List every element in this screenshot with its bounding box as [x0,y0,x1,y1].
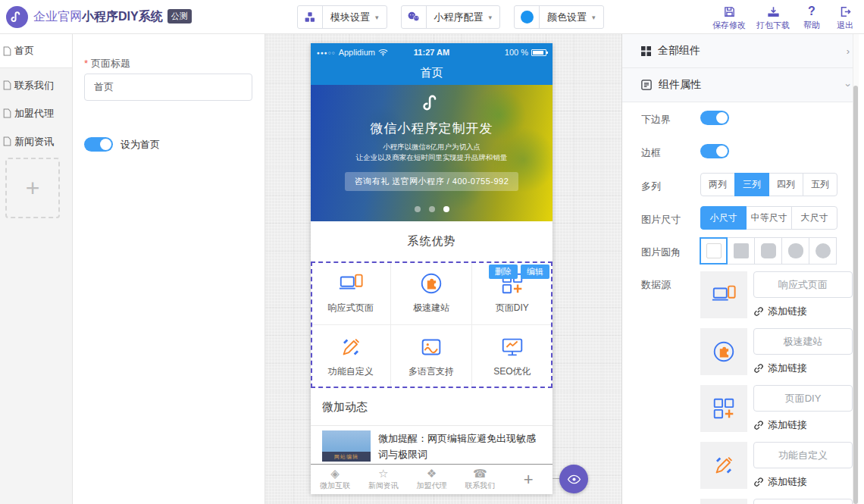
radius-option-circle[interactable] [809,237,837,265]
responsive-page-icon [711,282,737,308]
hero-title: 微信小程序定制开发 [311,120,553,137]
image-size-medium[interactable]: 中等尺寸 [746,206,792,230]
preview-eye-button[interactable] [559,465,588,493]
wifi-icon [378,49,388,56]
datasource-title-input[interactable] [753,442,853,468]
datasource-title-input[interactable] [753,271,853,298]
bottom-border-label: 下边界 [641,113,671,127]
tab-agency[interactable]: ❖ 加盟代理 [408,465,456,494]
datasource-item [700,499,859,504]
all-components-label: 全部组件 [658,44,700,58]
sidebar-item-home[interactable]: 首页 [0,34,72,68]
caret-down-icon: ▾ [375,14,379,21]
news-section-title: 微加动态 [322,400,368,415]
radius-option-large[interactable] [781,237,809,265]
add-page-button[interactable]: + [5,158,60,218]
border-toggle[interactable] [700,144,729,158]
inspector-scrollbar[interactable] [853,34,859,504]
menu-label: 小程序配置 [434,11,484,24]
module-settings-menu[interactable]: 模块设置 ▾ [297,5,387,29]
image-radius-options [700,237,837,265]
tab-label: 联系我们 [465,481,495,491]
color-settings-menu[interactable]: 颜色设置 ▾ [514,5,604,29]
chevron-right-icon: › [847,45,850,57]
add-link-button[interactable]: 添加链接 [753,418,807,432]
tab-add[interactable]: + [504,465,553,494]
datasource-item: 添加链接 [700,271,859,318]
image-size-small-selected[interactable]: 小尺寸 [700,206,747,230]
page-icon [3,46,11,56]
sidebar-item-news[interactable]: 新闻资讯 [0,127,72,155]
columns-option-2[interactable]: 两列 [700,173,735,196]
save-button[interactable]: 保存修改 [707,3,751,31]
tab-news[interactable]: ☆ 新闻资讯 [359,465,408,494]
add-link-button[interactable]: 添加链接 [753,362,807,375]
component-action-badges: 删除 编辑 [489,265,549,279]
radius-option-small[interactable] [727,237,755,265]
carousel-dot[interactable] [429,206,435,212]
all-components-header[interactable]: 全部组件 › [622,34,859,68]
hero-banner[interactable]: 微信小程序定制开发 小程序以微信8亿用户为切入点 让企业以及商家在短时间里实现提… [311,85,553,221]
scrollbar-thumb[interactable] [853,86,858,504]
page-title-label: *页面标题 [84,57,130,70]
exit-button[interactable]: 退出 [828,3,862,31]
link-icon [753,306,764,317]
advantage-cell[interactable]: 多语言支持 [391,325,471,389]
link-icon [753,420,764,430]
caret-down-icon: ▾ [592,14,596,21]
tab-weijia[interactable]: ◈ 微加互联 [311,465,359,494]
component-props-header[interactable]: 组件属性 › [622,68,859,102]
columns-option-3-selected[interactable]: 三列 [734,173,769,196]
design-canvas: ●●●○○ Applidium 11:27 AM 100 % 首页 微信小程序定… [265,34,621,504]
advantage-cell[interactable]: 功能自定义 [311,325,391,389]
datasource-title-input[interactable] [753,499,853,504]
app-title-secondary: 小程序DIY系统 [82,10,163,23]
delete-component-button[interactable]: 删除 [489,265,518,279]
add-link-button[interactable]: 添加链接 [753,475,807,489]
download-button[interactable]: 打包下载 [751,3,795,31]
columns-option-5[interactable]: 五列 [803,173,837,196]
divider [311,425,553,426]
carousel-dot[interactable] [415,206,421,212]
datasource-title-input[interactable] [753,328,853,355]
advantage-label: SEO优化 [493,365,531,378]
datasource-icon-box [700,499,747,504]
radius-option-medium[interactable] [754,237,782,265]
miniprogram-config-menu[interactable]: 小程序配置 ▾ [401,5,501,29]
tab-contact[interactable]: ☎ 联系我们 [455,465,504,494]
radius-option-none-selected[interactable] [700,237,728,265]
set-home-toggle[interactable] [84,137,113,152]
tab-label: 加盟代理 [416,481,446,491]
advantages-component[interactable]: 响应式页面 极速建站 页面DIY 功能自定义 [311,261,553,388]
menu-label: 颜色设置 [547,11,587,24]
beta-badge: 公测 [167,9,192,23]
wechat-icon [402,6,427,28]
image-size-large[interactable]: 大尺寸 [791,206,837,230]
edit-component-button[interactable]: 编辑 [521,265,549,279]
advantage-cell[interactable]: 极速建站 [391,261,471,325]
advantage-cell[interactable]: 响应式页面 [311,261,391,325]
columns-option-4[interactable]: 四列 [769,173,803,196]
datasource-title-input[interactable] [753,385,853,412]
help-icon: ? [808,3,815,18]
news-item[interactable]: 网站编辑 微加提醒：网页编辑应避免出现敏感词与极限词 [322,430,545,462]
border-label: 边框 [641,146,661,160]
add-link-label: 添加链接 [768,362,807,375]
set-home-label: 设为首页 [121,138,160,152]
carousel-dot-active[interactable] [443,206,449,212]
news-headline: 微加提醒：网页编辑应避免出现敏感词与极限词 [378,430,545,462]
page-title-input[interactable] [84,74,252,101]
add-link-button[interactable]: 添加链接 [753,305,807,318]
page-icon [3,80,11,90]
sidebar-item-agency[interactable]: 加盟代理 [0,99,72,127]
miniprogram-config-label: 小程序配置 ▾ [427,11,500,24]
sidebar-item-contact[interactable]: 联系我们 [0,71,72,99]
advantage-cell[interactable]: SEO优化 [472,325,553,389]
help-label: 帮助 [803,20,820,31]
add-link-label: 添加链接 [768,475,807,489]
bottom-border-toggle[interactable] [700,111,729,125]
advantages-grid: 响应式页面 极速建站 页面DIY 功能自定义 [311,261,553,388]
star-icon: ☆ [378,468,388,480]
help-button[interactable]: ? 帮助 [795,3,828,31]
hero-cta-button[interactable]: 咨询有礼 送官网小程序 / 400-0755-992 [345,172,519,191]
